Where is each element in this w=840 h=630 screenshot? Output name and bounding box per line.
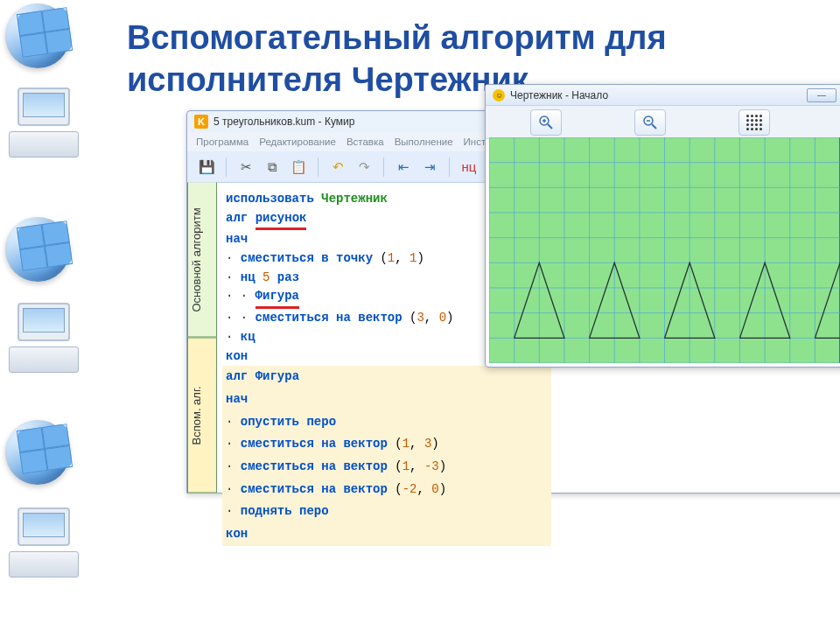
computer-icon — [5, 88, 82, 163]
computer-icon — [5, 508, 82, 583]
outdent-icon[interactable]: ⇤ — [393, 157, 414, 178]
window-controls: — ☐ ✕ — [807, 88, 840, 102]
drafter-title-bar: ☺ Чертежник - Начало — ☐ ✕ — [486, 85, 840, 106]
drafter-canvas[interactable] — [489, 137, 840, 363]
menu-program[interactable]: Программа — [196, 136, 248, 147]
menu-run[interactable]: Выполнение — [395, 136, 453, 147]
undo-icon[interactable]: ↶ — [327, 157, 348, 178]
redo-icon[interactable]: ↷ — [354, 157, 374, 178]
indent-icon[interactable]: ⇥ — [419, 157, 440, 178]
window-flag-icon — [17, 7, 73, 58]
drafter-app-icon: ☺ — [493, 89, 505, 102]
menu-edit[interactable]: Редактирование — [259, 136, 336, 147]
slide-decor — [0, 0, 88, 630]
paste-icon[interactable]: 📋 — [288, 157, 309, 178]
computer-icon — [5, 303, 82, 378]
app-badge-icon: K — [194, 115, 208, 129]
window-flag-icon — [17, 424, 73, 474]
minimize-button[interactable]: — — [807, 88, 836, 102]
loop-start-icon[interactable]: нц — [458, 157, 480, 178]
label-sub-alg: Вспом. алг. — [187, 338, 217, 494]
window-title: 5 треугольников.kum - Кумир — [214, 116, 354, 128]
drafter-toolbar — [486, 106, 840, 139]
svg-line-1 — [548, 124, 552, 129]
svg-line-5 — [652, 124, 656, 129]
window-flag-icon — [17, 220, 73, 271]
drafter-window: ☺ Чертежник - Начало — ☐ ✕ — [485, 84, 840, 368]
grid-dots-button[interactable] — [738, 109, 770, 136]
zoom-out-button[interactable] — [634, 109, 666, 136]
sidebar-labels: Основной алгоритм Вспом. алг. — [187, 183, 217, 493]
label-main-alg: Основной алгоритм — [187, 183, 217, 338]
zoom-in-button[interactable] — [530, 109, 562, 136]
drafter-title: Чертежник - Начало — [510, 89, 608, 102]
slide-body: Вспомогательный алгоритм для исполнителя… — [96, 0, 840, 630]
save-icon[interactable]: 💾 — [196, 157, 217, 178]
menu-insert[interactable]: Вставка — [346, 136, 384, 147]
copy-icon[interactable]: ⧉ — [262, 157, 283, 178]
cut-icon[interactable]: ✂ — [235, 157, 256, 178]
